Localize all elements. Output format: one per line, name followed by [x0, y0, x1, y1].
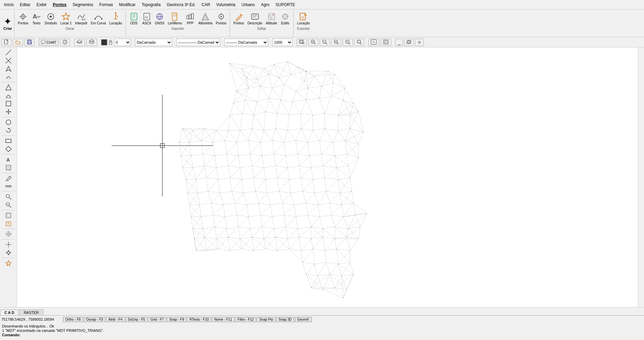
criar-button[interactable]: ✦ Criar	[1, 10, 15, 37]
zoom-out-button[interactable]	[320, 39, 330, 46]
toolbar-btn-ppp[interactable]: PPP	[184, 11, 196, 26]
left-tool-arc[interactable]	[1, 73, 16, 81]
chat-button[interactable]: 💬 CHAT	[39, 39, 59, 46]
menu-item-agro[interactable]: Agro	[258, 2, 272, 8]
left-tool-text[interactable]: A	[1, 156, 16, 163]
left-tool-diamond[interactable]	[1, 145, 16, 153]
zoom-realtime-button[interactable]	[308, 39, 318, 46]
left-tool-hatch[interactable]	[1, 164, 16, 171]
menu-item-formas[interactable]: Formas	[96, 2, 116, 8]
status-btn-snap3d[interactable]: Snap 3D	[276, 317, 294, 322]
layers-button[interactable]	[74, 39, 85, 46]
status-btn-grid[interactable]: Grid - F7	[148, 317, 166, 322]
linetype-select[interactable]: ————— DaCamada	[176, 39, 220, 46]
restore-button[interactable]	[404, 39, 414, 46]
toolbar-btn-texto[interactable]: Atxt Texto	[30, 11, 43, 26]
left-tool-arc2[interactable]	[1, 92, 16, 99]
left-tool-star[interactable]	[1, 259, 16, 267]
left-tool-pan[interactable]	[1, 249, 16, 256]
left-tool-move[interactable]	[1, 108, 16, 115]
minimize-button[interactable]: _	[395, 39, 403, 46]
left-tool-arrow[interactable]	[1, 65, 16, 72]
status-btn-rtexto[interactable]: RTexto - F10	[187, 317, 211, 322]
left-tool-cursor[interactable]	[1, 241, 16, 248]
zoom-prev-button[interactable]	[343, 39, 353, 46]
left-tool-diagonal[interactable]	[1, 57, 16, 64]
left-tool-rect2[interactable]	[1, 137, 16, 145]
fullscreen-button[interactable]	[381, 39, 391, 46]
status-btn-osnap[interactable]: Osnap - F3	[84, 317, 106, 322]
left-tool-square[interactable]	[1, 100, 16, 107]
status-btn-ortho[interactable]: Ortho - F8	[63, 317, 83, 322]
menu-item-urbano[interactable]: Urbano	[239, 2, 257, 8]
toolbar-btn-pontos[interactable]: Pontos	[17, 11, 30, 26]
coordinates-display: 751788.54629 , 7589002.18594	[1, 317, 62, 321]
canvas-area[interactable]	[17, 47, 638, 307]
save-file-button[interactable]	[24, 39, 34, 46]
close-button[interactable]: ✕	[415, 39, 424, 46]
menu-item-pontos[interactable]: Pontos	[50, 2, 69, 8]
menu-item-segmentos[interactable]: Segmentos	[70, 2, 96, 8]
left-tool-ruler[interactable]	[1, 183, 16, 190]
zoom-in-button[interactable]	[331, 39, 341, 46]
toolbar-btn-locar1[interactable]: Locar 1	[59, 11, 73, 26]
left-tool-search2[interactable]	[1, 201, 16, 209]
menu-item-inicio[interactable]: Início	[1, 2, 17, 8]
menu-item-editar[interactable]: Editar	[17, 2, 33, 8]
console-prompt[interactable]: Comando:	[2, 333, 642, 337]
menu-item-geoincra[interactable]: GeoIncra 3ª Ed.	[164, 2, 198, 8]
left-tool-search[interactable]	[1, 193, 16, 200]
left-tool-gear[interactable]	[1, 230, 16, 238]
status-btn-ssgrip[interactable]: SsGrip - F5	[125, 317, 147, 322]
toolbar-btn-editar-pontos[interactable]: Pontos	[232, 11, 245, 26]
status-btn-atrib[interactable]: Atrib - F4	[106, 317, 125, 322]
tab-raster[interactable]: RASTER	[19, 310, 43, 315]
status-btn-snap[interactable]: Snap - F9	[167, 317, 186, 322]
toolbar-btn-interpolr[interactable]: 600 Interpolr	[74, 11, 89, 26]
toolbar-btn-altimetria[interactable]: Altimetria	[197, 11, 214, 26]
toolbar-btn-gnss[interactable]: GNSS	[154, 11, 166, 26]
open-file-button[interactable]	[13, 39, 23, 46]
menu-item-topografia[interactable]: Topografia	[139, 2, 163, 8]
toolbar-btn-estilo[interactable]: Estilo	[279, 11, 291, 26]
status-btn-georref[interactable]: Georref.	[295, 317, 312, 322]
zoom-extent-button[interactable]	[354, 39, 364, 46]
color-select[interactable]: 0	[114, 39, 131, 46]
layer-select-1[interactable]: DaCamada	[135, 39, 172, 46]
layers2-button[interactable]	[86, 39, 97, 46]
svg-line-60	[304, 43, 304, 44]
toolbar-btn-exportar-locacao[interactable]: Locação	[296, 11, 311, 26]
menu-item-exibir[interactable]: Exibir	[34, 2, 49, 8]
fit-button[interactable]	[368, 39, 379, 46]
toolbar-btn-ods[interactable]: ODS	[128, 11, 140, 26]
toolbar-btn-lermemo[interactable]: LerMemo	[166, 11, 183, 26]
toolbar-btn-descricao[interactable]: Descrição	[246, 11, 263, 26]
status-btn-filtro[interactable]: Filtro - F12	[235, 317, 256, 322]
left-tool-circle[interactable]	[1, 119, 16, 126]
left-tool-rotate[interactable]	[1, 127, 16, 134]
new-file-button[interactable]	[1, 39, 12, 46]
toolbar-btn-locacao[interactable]: Locação	[108, 11, 123, 26]
status-btn-nome[interactable]: Nome - F11	[212, 317, 234, 322]
status-btn-snappto[interactable]: Snap Pto	[257, 317, 275, 322]
help-button[interactable]	[60, 39, 70, 46]
menu-item-suporte[interactable]: SUPORTE	[273, 2, 298, 8]
zoom-select[interactable]: 1000	[272, 39, 293, 46]
color-box[interactable]	[101, 39, 107, 45]
menu-item-modificar[interactable]: Modificar	[116, 2, 138, 8]
zoom-window-button[interactable]	[297, 39, 307, 46]
lineweight-select[interactable]: ——— DaCamada	[224, 39, 268, 46]
toolbar-btn-altitude[interactable]: x Altitude	[264, 11, 278, 26]
menu-item-volumetria[interactable]: Volumetria	[213, 2, 238, 8]
left-tool-pencil[interactable]	[1, 174, 16, 182]
left-tool-triangle[interactable]	[1, 84, 16, 91]
left-tool-line[interactable]	[1, 49, 16, 56]
left-tool-info[interactable]	[1, 220, 16, 227]
menu-item-car[interactable]: CAR	[199, 2, 213, 8]
toolbar-btn-ascii[interactable]: txt ASCII	[141, 11, 153, 26]
toolbar-btn-simbolo[interactable]: Símbolo	[43, 11, 59, 26]
toolbar-btn-emcurva[interactable]: Em Curva	[90, 11, 107, 26]
left-tool-select[interactable]	[1, 212, 16, 219]
toolbar-btn-pontos2[interactable]: Pontos	[214, 11, 228, 26]
tab-cad[interactable]: C A D	[0, 310, 19, 315]
